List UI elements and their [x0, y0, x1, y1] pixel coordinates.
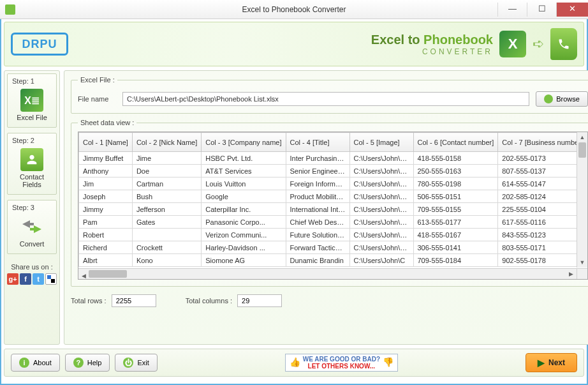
- contact-fields-button[interactable]: Contact Fields: [10, 146, 54, 192]
- data-grid[interactable]: Col - 1 [Name]Col - 2 [Nick Name]Col - 3…: [78, 132, 588, 280]
- vertical-scrollbar[interactable]: ▲▼: [577, 132, 587, 268]
- facebook-icon[interactable]: f: [20, 273, 31, 285]
- close-button[interactable]: ✕: [556, 3, 588, 17]
- brand-header: DRPU Excel to Phonebook CONVERTER X ➪: [4, 22, 584, 66]
- phonebook-brand-icon: [550, 28, 577, 60]
- column-header[interactable]: Col - 5 [Image]: [349, 133, 413, 152]
- googleplus-icon[interactable]: g+: [7, 273, 18, 285]
- total-rows-value: [112, 294, 156, 307]
- delicious-icon[interactable]: [45, 273, 57, 285]
- sheet-data-group: Sheet data view : Col - 1 [Name]Col - 2 …: [71, 119, 588, 287]
- convert-icon: [20, 215, 43, 238]
- next-arrow-icon: ▶: [538, 358, 545, 368]
- filename-label: File name: [78, 95, 116, 103]
- file-path-input[interactable]: [122, 92, 529, 106]
- table-row[interactable]: Jimmy BuffetJimeHSBC Pvt. Ltd.Inter Purc…: [79, 152, 587, 165]
- column-header[interactable]: Col - 2 [Nick Name]: [132, 133, 201, 152]
- minimize-button[interactable]: —: [497, 3, 527, 17]
- exit-button[interactable]: ⏻Exit: [115, 354, 157, 372]
- column-header[interactable]: Col - 3 [Company name]: [202, 133, 286, 152]
- sheet-data-legend: Sheet data view :: [78, 119, 136, 126]
- power-icon: ⏻: [123, 358, 133, 368]
- excel-file-group: Excel File : File name Browse: [71, 76, 588, 114]
- thumbs-down-icon: 👎: [383, 358, 393, 367]
- excel-brand-icon: X: [499, 31, 526, 57]
- share-label: Share us on :: [7, 263, 57, 271]
- info-icon: i: [19, 358, 29, 368]
- excel-file-button[interactable]: X≣ Excel File: [10, 86, 54, 125]
- browse-icon: [544, 94, 553, 103]
- table-row[interactable]: JimCartmanLouis VuittonForeign Informati…: [79, 177, 587, 190]
- horizontal-scrollbar[interactable]: ◀▶: [78, 268, 577, 279]
- thumbs-up-icon: 👍: [290, 358, 300, 367]
- svg-rect-0: [47, 275, 51, 279]
- feedback-banner[interactable]: 👍 WE ARE GOOD OR BAD? LET OTHERS KNOW...…: [285, 354, 398, 372]
- window-title: Excel to Phonebook Converter: [242, 5, 346, 14]
- table-row[interactable]: AnthonyDoeAT&T ServicesSenior Engineerin…: [79, 165, 587, 177]
- twitter-icon[interactable]: t: [33, 273, 44, 285]
- column-header[interactable]: Col - 6 [Contact number]: [413, 133, 498, 152]
- brand-title: Excel to Phonebook: [371, 33, 493, 47]
- step-3-group: Step: 3 Convert: [7, 200, 57, 254]
- svg-rect-1: [51, 279, 55, 283]
- table-row[interactable]: AlbrtKonoSiomone AGDunamic BrandinC:\Use…: [79, 254, 587, 267]
- column-header[interactable]: Col - 4 [Title]: [286, 133, 349, 152]
- help-button[interactable]: ?Help: [65, 354, 110, 372]
- arrow-icon: ➪: [533, 36, 544, 52]
- table-row[interactable]: RobertVerizon Communi...Future Solutions…: [79, 229, 587, 241]
- step-2-label: Step: 2: [10, 135, 54, 146]
- sidebar: Step: 1 X≣ Excel File Step: 2 Contact Fi…: [4, 70, 60, 345]
- about-button[interactable]: iAbout: [11, 354, 60, 372]
- convert-button[interactable]: Convert: [10, 213, 54, 252]
- titlebar: Excel to Phonebook Converter — ☐ ✕: [0, 0, 588, 19]
- step-1-group: Step: 1 X≣ Excel File: [7, 73, 57, 128]
- table-row[interactable]: PamGatesPanasonic Corpo...Chief Web Desi…: [79, 216, 587, 229]
- step-1-label: Step: 1: [10, 76, 54, 86]
- table-row[interactable]: JimmyJeffersonCaterpillar Inc.Internatio…: [79, 203, 587, 216]
- total-rows-label: Total rows :: [71, 297, 107, 305]
- column-header[interactable]: Col - 1 [Name]: [79, 133, 133, 152]
- step-3-label: Step: 3: [10, 202, 54, 213]
- total-cols-label: Total columns :: [186, 297, 232, 305]
- bottom-bar: iAbout ?Help ⏻Exit 👍 WE ARE GOOD OR BAD?…: [4, 349, 584, 377]
- drpu-logo: DRPU: [11, 33, 68, 56]
- browse-button[interactable]: Browse: [536, 91, 588, 107]
- total-cols-value: [237, 294, 282, 307]
- maximize-button[interactable]: ☐: [527, 3, 556, 17]
- main-panel: Excel File : File name Browse Sheet data…: [64, 70, 588, 345]
- table-row[interactable]: RicherdCrockettHarley-Davidson ...Forwar…: [79, 241, 587, 254]
- table-row[interactable]: JosephBushGoogleProduct Mobility ...C:\U…: [79, 190, 587, 203]
- excel-file-legend: Excel File :: [78, 76, 117, 84]
- excel-icon: X≣: [20, 89, 43, 112]
- contacts-icon: [20, 148, 43, 171]
- help-icon: ?: [73, 358, 84, 368]
- app-icon: [5, 4, 15, 15]
- next-button[interactable]: ▶Next: [526, 353, 577, 372]
- column-header[interactable]: Col - 7 [Business number]: [498, 133, 587, 152]
- step-2-group: Step: 2 Contact Fields: [7, 133, 57, 195]
- brand-subtitle: CONVERTER: [371, 47, 493, 56]
